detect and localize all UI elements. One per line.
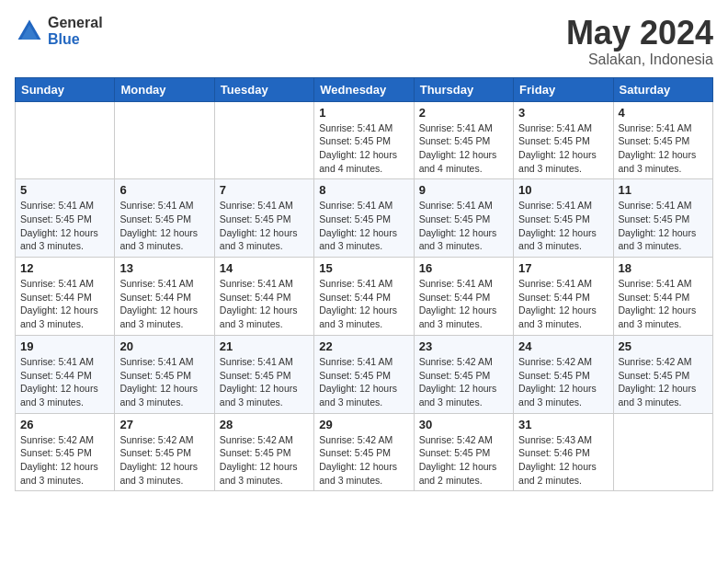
- day-cell: 11Sunrise: 5:41 AM Sunset: 5:45 PM Dayli…: [613, 179, 712, 258]
- weekday-header-row: SundayMondayTuesdayWednesdayThursdayFrid…: [16, 77, 713, 101]
- day-cell: 9Sunrise: 5:41 AM Sunset: 5:45 PM Daylig…: [414, 179, 513, 258]
- day-info: Sunrise: 5:41 AM Sunset: 5:44 PM Dayligh…: [319, 277, 408, 331]
- day-info: Sunrise: 5:41 AM Sunset: 5:45 PM Dayligh…: [20, 199, 109, 253]
- day-info: Sunrise: 5:41 AM Sunset: 5:45 PM Dayligh…: [319, 355, 408, 409]
- day-cell: [613, 413, 712, 491]
- day-cell: 7Sunrise: 5:41 AM Sunset: 5:45 PM Daylig…: [214, 179, 313, 258]
- day-number: 30: [419, 418, 508, 431]
- day-cell: [214, 101, 313, 179]
- day-number: 17: [518, 261, 608, 275]
- day-cell: 5Sunrise: 5:41 AM Sunset: 5:45 PM Daylig…: [16, 179, 115, 258]
- weekday-header-thursday: Thursday: [414, 77, 513, 101]
- weekday-header-tuesday: Tuesday: [214, 77, 313, 101]
- day-cell: 8Sunrise: 5:41 AM Sunset: 5:45 PM Daylig…: [314, 179, 414, 258]
- day-cell: 4Sunrise: 5:41 AM Sunset: 5:45 PM Daylig…: [613, 101, 712, 179]
- day-number: 1: [319, 106, 408, 120]
- day-cell: 27Sunrise: 5:42 AM Sunset: 5:45 PM Dayli…: [115, 413, 214, 491]
- day-info: Sunrise: 5:41 AM Sunset: 5:44 PM Dayligh…: [518, 277, 608, 331]
- calendar-location: Salakan, Indonesia: [566, 52, 713, 68]
- day-number: 19: [20, 339, 109, 353]
- calendar-title: May 2024: [566, 15, 713, 52]
- day-info: Sunrise: 5:42 AM Sunset: 5:45 PM Dayligh…: [220, 433, 309, 488]
- weekday-header-friday: Friday: [514, 77, 613, 101]
- day-cell: 17Sunrise: 5:41 AM Sunset: 5:44 PM Dayli…: [514, 258, 613, 336]
- day-info: Sunrise: 5:41 AM Sunset: 5:44 PM Dayligh…: [119, 277, 209, 331]
- day-number: 31: [518, 418, 608, 431]
- logo-text: General Blue: [48, 15, 103, 47]
- day-number: 27: [119, 418, 209, 431]
- day-cell: 14Sunrise: 5:41 AM Sunset: 5:44 PM Dayli…: [214, 258, 313, 336]
- day-number: 25: [619, 339, 708, 353]
- logo-blue: Blue: [48, 31, 103, 48]
- day-number: 22: [319, 339, 408, 353]
- day-cell: 24Sunrise: 5:42 AM Sunset: 5:45 PM Dayli…: [514, 335, 613, 413]
- day-info: Sunrise: 5:41 AM Sunset: 5:45 PM Dayligh…: [220, 355, 309, 409]
- logo-icon: [15, 17, 44, 46]
- day-info: Sunrise: 5:41 AM Sunset: 5:44 PM Dayligh…: [619, 277, 708, 331]
- day-number: 23: [419, 339, 508, 353]
- weekday-header-sunday: Sunday: [16, 77, 115, 101]
- day-number: 3: [518, 106, 608, 120]
- week-row-4: 26Sunrise: 5:42 AM Sunset: 5:45 PM Dayli…: [16, 413, 713, 491]
- day-number: 4: [619, 106, 708, 120]
- day-info: Sunrise: 5:41 AM Sunset: 5:45 PM Dayligh…: [518, 121, 608, 176]
- day-number: 11: [619, 183, 708, 197]
- day-info: Sunrise: 5:41 AM Sunset: 5:44 PM Dayligh…: [20, 277, 109, 331]
- day-cell: 30Sunrise: 5:42 AM Sunset: 5:45 PM Dayli…: [414, 413, 513, 491]
- day-cell: 21Sunrise: 5:41 AM Sunset: 5:45 PM Dayli…: [214, 335, 313, 413]
- day-cell: 15Sunrise: 5:41 AM Sunset: 5:44 PM Dayli…: [314, 258, 414, 336]
- day-number: 26: [20, 418, 109, 431]
- week-row-3: 19Sunrise: 5:41 AM Sunset: 5:44 PM Dayli…: [16, 335, 713, 413]
- day-info: Sunrise: 5:41 AM Sunset: 5:45 PM Dayligh…: [419, 199, 508, 253]
- day-info: Sunrise: 5:41 AM Sunset: 5:45 PM Dayligh…: [518, 199, 608, 253]
- day-cell: 6Sunrise: 5:41 AM Sunset: 5:45 PM Daylig…: [115, 179, 214, 258]
- day-cell: 13Sunrise: 5:41 AM Sunset: 5:44 PM Dayli…: [115, 258, 214, 336]
- calendar-table: SundayMondayTuesdayWednesdayThursdayFrid…: [15, 77, 713, 492]
- day-number: 7: [220, 183, 309, 197]
- day-info: Sunrise: 5:41 AM Sunset: 5:45 PM Dayligh…: [619, 199, 708, 253]
- day-number: 29: [319, 418, 408, 431]
- day-number: 12: [20, 261, 109, 275]
- day-cell: 26Sunrise: 5:42 AM Sunset: 5:45 PM Dayli…: [16, 413, 115, 491]
- day-number: 8: [319, 183, 408, 197]
- day-cell: 12Sunrise: 5:41 AM Sunset: 5:44 PM Dayli…: [16, 258, 115, 336]
- day-cell: 16Sunrise: 5:41 AM Sunset: 5:44 PM Dayli…: [414, 258, 513, 336]
- day-number: 14: [220, 261, 309, 275]
- day-cell: 1Sunrise: 5:41 AM Sunset: 5:45 PM Daylig…: [314, 101, 414, 179]
- day-info: Sunrise: 5:41 AM Sunset: 5:44 PM Dayligh…: [20, 355, 109, 409]
- day-cell: 25Sunrise: 5:42 AM Sunset: 5:45 PM Dayli…: [613, 335, 712, 413]
- day-cell: [16, 101, 115, 179]
- day-info: Sunrise: 5:41 AM Sunset: 5:45 PM Dayligh…: [319, 199, 408, 253]
- title-block: May 2024 Salakan, Indonesia: [566, 15, 713, 68]
- day-number: 6: [119, 183, 209, 197]
- weekday-header-monday: Monday: [115, 77, 214, 101]
- day-info: Sunrise: 5:42 AM Sunset: 5:45 PM Dayligh…: [619, 355, 708, 409]
- day-number: 10: [518, 183, 608, 197]
- day-number: 18: [619, 261, 708, 275]
- day-info: Sunrise: 5:41 AM Sunset: 5:45 PM Dayligh…: [119, 199, 209, 253]
- logo: General Blue: [15, 15, 103, 47]
- weekday-header-saturday: Saturday: [613, 77, 712, 101]
- day-cell: [115, 101, 214, 179]
- day-info: Sunrise: 5:41 AM Sunset: 5:45 PM Dayligh…: [220, 199, 309, 253]
- day-info: Sunrise: 5:42 AM Sunset: 5:45 PM Dayligh…: [119, 433, 209, 488]
- day-number: 2: [419, 106, 508, 120]
- day-info: Sunrise: 5:41 AM Sunset: 5:45 PM Dayligh…: [319, 121, 408, 176]
- day-number: 28: [220, 418, 309, 431]
- day-cell: 10Sunrise: 5:41 AM Sunset: 5:45 PM Dayli…: [514, 179, 613, 258]
- week-row-0: 1Sunrise: 5:41 AM Sunset: 5:45 PM Daylig…: [16, 101, 713, 179]
- day-cell: 31Sunrise: 5:43 AM Sunset: 5:46 PM Dayli…: [514, 413, 613, 491]
- day-cell: 20Sunrise: 5:41 AM Sunset: 5:45 PM Dayli…: [115, 335, 214, 413]
- day-number: 15: [319, 261, 408, 275]
- day-cell: 28Sunrise: 5:42 AM Sunset: 5:45 PM Dayli…: [214, 413, 313, 491]
- day-cell: 29Sunrise: 5:42 AM Sunset: 5:45 PM Dayli…: [314, 413, 414, 491]
- weekday-header-wednesday: Wednesday: [314, 77, 414, 101]
- day-info: Sunrise: 5:42 AM Sunset: 5:45 PM Dayligh…: [419, 433, 508, 488]
- week-row-1: 5Sunrise: 5:41 AM Sunset: 5:45 PM Daylig…: [16, 179, 713, 258]
- day-cell: 19Sunrise: 5:41 AM Sunset: 5:44 PM Dayli…: [16, 335, 115, 413]
- week-row-2: 12Sunrise: 5:41 AM Sunset: 5:44 PM Dayli…: [16, 258, 713, 336]
- day-info: Sunrise: 5:41 AM Sunset: 5:44 PM Dayligh…: [419, 277, 508, 331]
- day-number: 24: [518, 339, 608, 353]
- day-info: Sunrise: 5:41 AM Sunset: 5:45 PM Dayligh…: [119, 355, 209, 409]
- day-info: Sunrise: 5:42 AM Sunset: 5:45 PM Dayligh…: [20, 433, 109, 488]
